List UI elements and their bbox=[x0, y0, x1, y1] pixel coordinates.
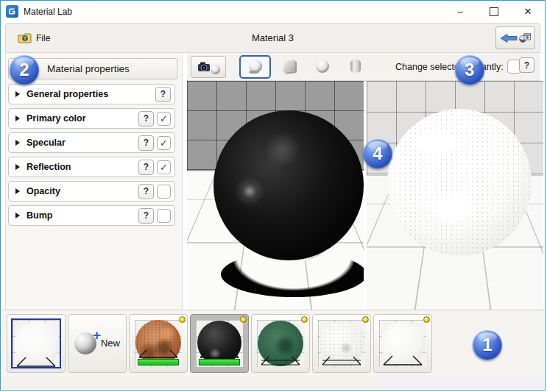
help-button[interactable]: ? bbox=[138, 160, 154, 175]
material-lab-window: Material Lab – ✕ File Material 3 bbox=[0, 0, 546, 391]
double-left-arrow-icon: « bbox=[377, 298, 381, 304]
thumbnail-copper-material[interactable] bbox=[129, 314, 188, 373]
window-title: Material Lab bbox=[24, 7, 72, 17]
enable-checkbox[interactable]: ✓ bbox=[157, 136, 171, 150]
shape-sphere-button[interactable] bbox=[307, 55, 337, 77]
badge-thumbnails: 1 bbox=[473, 330, 502, 360]
preview-pane-rendered[interactable]: « bbox=[367, 81, 543, 310]
thumbnail-default-material[interactable] bbox=[7, 314, 66, 373]
minimize-button[interactable]: – bbox=[443, 1, 477, 22]
thumbnail-image bbox=[379, 320, 426, 367]
file-menu-label: File bbox=[36, 33, 50, 43]
expand-arrow-icon bbox=[15, 91, 20, 97]
thumbnail-green-material[interactable] bbox=[251, 314, 310, 373]
back-to-editor-button[interactable] bbox=[495, 26, 535, 49]
help-button[interactable]: ? bbox=[155, 87, 171, 102]
section-label: Opacity bbox=[27, 186, 60, 196]
collapse-preview-button[interactable]: « bbox=[370, 286, 389, 307]
material-sphere-rendered bbox=[387, 109, 532, 256]
stand-reflection-streak bbox=[411, 266, 507, 270]
thumbnail-image bbox=[196, 320, 243, 367]
new-material-button[interactable]: + New bbox=[68, 314, 127, 373]
shape-sphere-on-stand-button[interactable] bbox=[239, 55, 271, 79]
help-button[interactable]: ? bbox=[138, 111, 154, 126]
titlebar: Material Lab – ✕ bbox=[1, 1, 545, 22]
enable-checkbox[interactable] bbox=[157, 209, 171, 223]
expand-arrow-icon bbox=[15, 115, 20, 121]
thumbnail-image bbox=[11, 318, 61, 368]
section-label: Primary color bbox=[27, 113, 86, 124]
section-specular[interactable]: Specular ? ✓ bbox=[8, 132, 175, 153]
folder-icon bbox=[18, 32, 32, 43]
section-reflection[interactable]: Reflection ? ✓ bbox=[8, 157, 175, 177]
new-material-label: New bbox=[101, 338, 120, 349]
close-button[interactable]: ✕ bbox=[511, 1, 545, 22]
status-strip bbox=[1, 376, 544, 389]
material-name-title: Material 3 bbox=[6, 32, 540, 43]
main-toolbar: File Material 3 bbox=[5, 23, 540, 53]
help-button[interactable]: ? bbox=[138, 184, 154, 199]
enable-checkbox[interactable] bbox=[157, 185, 171, 199]
modified-dot-icon bbox=[179, 316, 186, 323]
badge-preview: 4 bbox=[363, 139, 392, 168]
thumbnail-white-speckled-material[interactable] bbox=[373, 314, 432, 373]
modified-dot-icon bbox=[423, 316, 430, 323]
modified-dot-icon bbox=[301, 316, 308, 323]
stand-base-icon bbox=[249, 71, 259, 74]
section-primary-color[interactable]: Primary color ? ✓ bbox=[8, 108, 175, 129]
help-button[interactable]: ? bbox=[138, 135, 154, 151]
modified-dot-icon bbox=[240, 316, 247, 323]
property-sections-list: General properties ? Primary color ? ✓ S… bbox=[8, 84, 175, 229]
stand-wireframe bbox=[382, 355, 423, 366]
render-preview-button[interactable] bbox=[191, 56, 226, 78]
expand-arrow-icon bbox=[15, 188, 20, 194]
highlight bbox=[430, 191, 476, 227]
expand-arrow-icon bbox=[15, 140, 20, 146]
section-opacity[interactable]: Opacity ? bbox=[8, 181, 175, 202]
material-properties-title: Material properties bbox=[47, 63, 130, 74]
help-button[interactable]: ? bbox=[138, 208, 154, 224]
badge-preview-options: 3 bbox=[455, 55, 484, 85]
shape-cylinder-button[interactable] bbox=[340, 55, 370, 77]
badge-properties: 2 bbox=[10, 55, 39, 85]
progress-bar bbox=[199, 359, 240, 366]
material-preview-area: « bbox=[187, 81, 543, 310]
plus-icon: + bbox=[93, 327, 101, 343]
thumbnail-image bbox=[135, 320, 182, 367]
section-label: Bump bbox=[27, 210, 52, 221]
stand-wireframe bbox=[199, 349, 240, 360]
stand-wireframe bbox=[138, 349, 179, 360]
enable-checkbox[interactable]: ✓ bbox=[157, 112, 171, 126]
modified-dot-icon bbox=[362, 316, 369, 323]
preview-options-toolbar: Change selected instantly: ? bbox=[187, 53, 540, 81]
expand-arrow-icon bbox=[15, 164, 20, 170]
material-properties-panel: Material properties General properties ?… bbox=[5, 53, 183, 310]
shape-cube-button[interactable] bbox=[274, 55, 304, 77]
file-menu-button[interactable]: File bbox=[12, 29, 56, 46]
sphere-icon bbox=[316, 60, 329, 73]
section-general-properties[interactable]: General properties ? bbox=[8, 84, 175, 104]
thumbnail-black-material[interactable] bbox=[190, 314, 249, 373]
maximize-button[interactable] bbox=[477, 1, 511, 22]
preview-shape-buttons bbox=[236, 55, 370, 79]
expand-arrow-icon bbox=[15, 213, 20, 218]
thumbnail-white-marble-material[interactable] bbox=[312, 314, 371, 373]
section-label: Specular bbox=[27, 138, 66, 148]
back-arrow-icon bbox=[500, 33, 518, 43]
preview-sphere-icon bbox=[211, 65, 220, 74]
section-bump[interactable]: Bump ? bbox=[8, 205, 175, 226]
dialog-window-icon bbox=[519, 33, 531, 43]
progress-bar bbox=[138, 359, 179, 366]
preview-pane-shaded[interactable] bbox=[187, 81, 364, 310]
stand-front-ring bbox=[221, 252, 364, 297]
preview-help-button[interactable]: ? bbox=[519, 57, 534, 73]
enable-checkbox[interactable]: ✓ bbox=[157, 160, 171, 174]
material-thumbnails-bar: + New bbox=[1, 310, 544, 376]
cube-icon bbox=[283, 60, 295, 73]
app-icon bbox=[6, 5, 18, 18]
status-segment bbox=[373, 377, 542, 388]
stand-wireframe bbox=[321, 355, 362, 366]
section-label: General properties bbox=[27, 89, 108, 99]
stand-wireframe bbox=[15, 357, 57, 367]
new-sphere-icon: + bbox=[74, 332, 96, 354]
